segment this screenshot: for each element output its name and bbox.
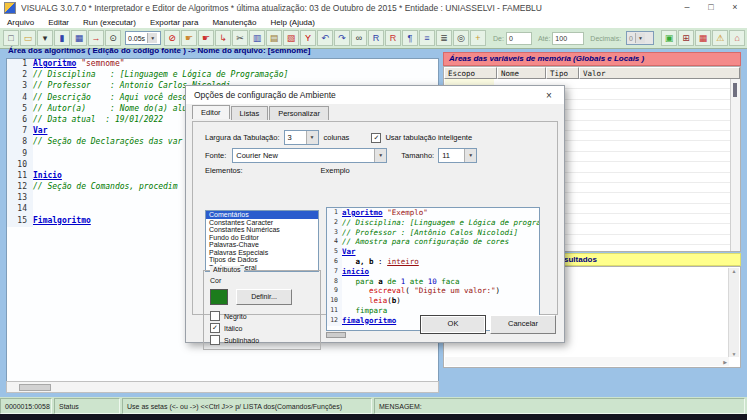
copy-button[interactable]: ▥ — [249, 30, 265, 46]
find-next-button[interactable]: R — [368, 30, 384, 46]
line-number: 8 — [327, 277, 342, 287]
chevron-down-icon: ▼ — [635, 33, 645, 43]
example-scrollbar-thumb[interactable] — [326, 332, 346, 338]
warning-button[interactable]: ⚠ — [712, 30, 728, 46]
underline-checkbox[interactable] — [210, 335, 220, 345]
menu-exportar-para[interactable]: Exportar para — [143, 18, 205, 27]
line-number: 2 — [7, 70, 33, 81]
elements-listbox[interactable]: ComentáriosConstantes CaracterConstantes… — [205, 210, 319, 272]
close-button[interactable]: × — [723, 0, 747, 16]
goto-line-button[interactable]: ¶ — [402, 30, 418, 46]
element-item[interactable]: Tipos de Dados — [206, 256, 318, 264]
element-item[interactable]: Comentários — [206, 211, 318, 219]
timer-button[interactable]: ⊙ — [105, 30, 121, 46]
calculator-button[interactable]: ⊞ — [678, 30, 694, 46]
replace-button[interactable]: R — [385, 30, 401, 46]
find-button[interactable]: ∞ — [351, 30, 367, 46]
paste-button[interactable]: ▤ — [266, 30, 282, 46]
element-item[interactable]: Palavras-Chave — [206, 241, 318, 249]
line-number: 6 — [7, 115, 33, 126]
menu-arquivo[interactable]: Arquivo — [0, 18, 41, 27]
menu-editar[interactable]: Editar — [41, 18, 76, 27]
speed-select[interactable]: 0.05s ▼ — [125, 31, 161, 45]
columns-label: colunas — [324, 133, 350, 142]
exit-button[interactable]: ⌂ — [729, 30, 745, 46]
step-run-button[interactable]: → — [88, 30, 104, 46]
line-number: 8 — [7, 137, 33, 148]
tab-editor[interactable]: Editor — [192, 105, 230, 119]
cursor-position: 0000015:0058 — [0, 398, 52, 414]
results-vertical-scrollbar[interactable]: ▲ ▼ — [728, 268, 739, 357]
pointer-button[interactable]: ☛ — [181, 30, 197, 46]
menu-manuten-o[interactable]: Manutenção — [205, 18, 263, 27]
open-file-button[interactable]: ▭ — [20, 30, 36, 46]
size-select[interactable]: 11 ▼ — [438, 148, 477, 163]
dialog-close-button[interactable]: × — [534, 90, 564, 101]
window-title: VISUALG 3.0.7.0 * Interpretador e Editor… — [21, 3, 542, 13]
search-wand-button[interactable]: + — [470, 30, 486, 46]
font-row: Fonte: Courier New ▼ Tamanho: 11 ▼ — [205, 148, 547, 163]
grid-button[interactable]: ▦ — [695, 30, 711, 46]
print-preview-button[interactable]: ◎ — [453, 30, 469, 46]
redo-button[interactable]: ↷ — [334, 30, 350, 46]
menu-run-executar-[interactable]: Run (executar) — [76, 18, 143, 27]
scrollbar-thumb[interactable] — [733, 83, 737, 97]
toolbar-group-extra: ▣⊞▦⚠⌂ — [661, 30, 746, 46]
de-input[interactable]: 0 — [506, 32, 532, 45]
ate-input[interactable]: 100 — [552, 32, 584, 45]
run-to-cursor-button[interactable]: ↳ — [215, 30, 231, 46]
bold-checkbox[interactable] — [210, 311, 220, 321]
code-line: 1algoritmo "Exemplo" — [327, 208, 539, 218]
vars-vertical-scrollbar[interactable] — [730, 79, 740, 251]
undo-button[interactable]: ↶ — [317, 30, 333, 46]
syntax-check-button[interactable]: Y — [300, 30, 316, 46]
vars-column-tipo[interactable]: Tipo — [546, 67, 579, 79]
picture-button[interactable]: ▣ — [661, 30, 677, 46]
vars-column-valor[interactable]: Valor — [579, 67, 740, 79]
results-horizontal-scrollbar[interactable]: ▶ — [445, 357, 729, 366]
scroll-right-icon[interactable]: ▶ — [723, 359, 727, 365]
breakpoint-button[interactable]: ☛ — [198, 30, 214, 46]
tab-width-row: Largura da Tabulação: 3 ▼ colunas ✓ Usar… — [205, 130, 547, 145]
paste-special-button[interactable]: ▧ — [283, 30, 299, 46]
save-button[interactable]: ▮ — [54, 30, 70, 46]
cut-button[interactable]: ✂ — [232, 30, 248, 46]
scroll-down-icon[interactable]: ▼ — [732, 351, 737, 357]
element-item[interactable]: Fundo do Editor — [206, 234, 318, 242]
toolbar-group-file: □▭▾▮▦→⊙ — [3, 30, 122, 46]
list-labels-row: Elementos: Exemplo — [205, 166, 547, 175]
scrollbar-thumb[interactable] — [19, 384, 51, 391]
cancel-button[interactable]: Cancelar — [490, 315, 556, 334]
indent-button[interactable]: ≡ — [419, 30, 435, 46]
element-item[interactable]: Palavras Especiais — [206, 249, 318, 257]
ate-label: Até: — [538, 35, 550, 42]
smart-tab-checkbox[interactable]: ✓ — [371, 133, 381, 143]
vars-column-nome[interactable]: Nome — [497, 67, 546, 79]
line-number: 10 — [327, 296, 342, 306]
maximize-button[interactable]: □ — [699, 0, 723, 16]
element-item[interactable]: Constantes Numéricas — [206, 226, 318, 234]
line-number: 9 — [7, 149, 33, 160]
status-label: Status — [54, 398, 120, 414]
print-button[interactable]: ≣ — [436, 30, 452, 46]
font-select[interactable]: Courier New ▼ — [232, 148, 387, 163]
decimais-select[interactable]: 0 ▼ — [626, 31, 654, 45]
editor-horizontal-scrollbar[interactable] — [6, 381, 439, 393]
define-color-button[interactable]: Definir... — [236, 289, 292, 305]
code-line: 5Var — [327, 247, 539, 257]
element-item[interactable]: Constantes Caracter — [206, 219, 318, 227]
stop-button[interactable]: ⊘ — [164, 30, 180, 46]
italic-checkbox[interactable]: ✓ — [210, 323, 220, 333]
tab-personalizar[interactable]: Personalizar — [269, 106, 329, 120]
minimize-button[interactable]: – — [675, 0, 699, 16]
new-file-button[interactable]: □ — [3, 30, 19, 46]
tab-listas[interactable]: Listas — [231, 106, 269, 120]
line-number: 2 — [327, 218, 342, 228]
scroll-up-icon[interactable]: ▲ — [732, 268, 737, 274]
show-variables-button[interactable]: ▦ — [71, 30, 87, 46]
open-file-dropdown[interactable]: ▾ — [37, 30, 53, 46]
vars-column-escopo[interactable]: Escopo — [444, 67, 497, 79]
tab-width-select[interactable]: 3 ▼ — [284, 130, 319, 145]
menu-help-ajuda-[interactable]: Help (Ajuda) — [263, 18, 321, 27]
ok-button[interactable]: OK — [420, 315, 486, 334]
